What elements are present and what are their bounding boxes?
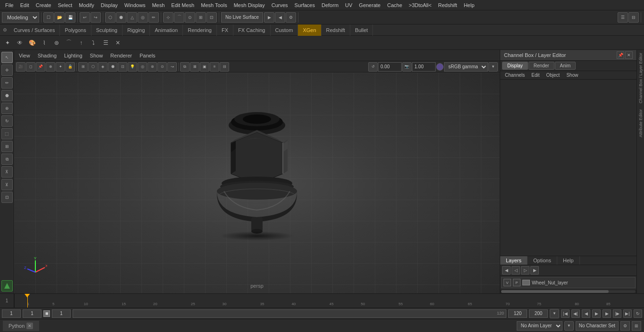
paint-tool[interactable]: ✏ [1,77,13,89]
channel-sub-object[interactable]: Object [544,72,563,78]
layer-scroll-thumb[interactable] [501,290,609,293]
mode-tab-curves-surfaces[interactable]: Curves / Surfaces [9,24,60,36]
menu-select[interactable]: Select [55,1,76,9]
render-settings-btn[interactable]: ⚙ [286,12,296,23]
mode-tab-rigging[interactable]: Rigging [123,24,150,36]
loop-btn[interactable]: ↻ [634,309,642,318]
menu-surfaces[interactable]: Surfaces [291,1,318,9]
layer-prev-btn[interactable]: ◁ [512,266,520,275]
no-character-set-btn[interactable]: No Character Set [576,321,619,331]
vp-color-space-arrow[interactable]: ▼ [488,62,498,72]
vp-smooth-btn[interactable]: ◈ [98,62,107,72]
channel-box-edge-label[interactable]: Channel Box / Layer Editor [637,50,644,106]
mode-tab-rendering[interactable]: Rendering [183,24,217,36]
menu-modify[interactable]: Modify [75,1,97,9]
menu-display[interactable]: Display [98,1,121,9]
prev-frame-btn[interactable]: ◀ [582,309,590,318]
panel-close-btn[interactable]: ✕ [625,51,633,59]
vp-gizmo-btn[interactable]: ⊕ [46,62,55,72]
redo-btn[interactable]: ↪ [91,12,101,23]
live-surface-btn[interactable]: No Live Surface [221,12,263,23]
play-btn[interactable]: ▶ [592,309,601,318]
shelf-guide-icon[interactable]: ↑ [75,37,87,49]
vp-xray-btn[interactable]: ⊠ [190,62,199,72]
vp-grid-btn[interactable]: ⊞ [78,62,88,72]
viewport-canvas[interactable]: persp X Y Z [14,73,500,293]
menu-redshift[interactable]: Redshift [435,1,460,9]
fps-dropdown[interactable]: ▼ [550,309,559,318]
select-tool[interactable]: ↖ [1,52,13,63]
anim-layer-dropdown[interactable]: ▼ [564,321,574,331]
snap-curve-btn[interactable]: ⌒ [174,12,184,23]
channel-sub-edit[interactable]: Edit [528,72,542,78]
move-tool[interactable]: ✛ [1,65,13,76]
save-scene-btn[interactable]: 💾 [65,12,75,23]
mode-tab-xgen[interactable]: XGen [298,24,321,36]
python-tab[interactable]: Python ✕ [3,321,39,331]
snap-tool[interactable]: ⊼ [1,166,13,178]
menu-curves[interactable]: Curves [268,1,291,9]
marquee-tool[interactable]: ⬚ [1,128,13,139]
shelf-curve-icon[interactable]: ⌒ [63,37,74,49]
prev-key-btn[interactable]: ◀| [571,309,580,318]
sculpt-tool[interactable]: ⬣ [1,90,13,101]
layer-end-btn[interactable]: ▶ [530,266,539,275]
snap-point-btn[interactable]: ⊙ [185,12,195,23]
vp-film-btn[interactable]: ◻ [26,62,35,72]
shelf-close-icon[interactable]: ✕ [112,37,124,49]
end-frame-input[interactable] [508,309,527,318]
layer-tab-layers[interactable]: Layers [500,256,528,265]
rotate-tool[interactable]: ↻ [1,115,13,127]
menu-help[interactable]: Help [461,1,478,9]
vp-light-btn[interactable]: 💡 [128,62,137,72]
mode-tab-animation[interactable]: Animation [150,24,183,36]
lasso-select-btn[interactable]: ◎ [138,12,148,23]
menu-uv[interactable]: UV [342,1,355,9]
shelf-select-icon[interactable]: ✦ [2,37,13,49]
layer-row-wheel-nut[interactable]: V P Wheel_Nut_layer [501,277,636,288]
open-scene-btn[interactable]: 📂 [54,12,65,23]
layer-next-btn[interactable]: ▷ [521,266,529,275]
go-to-start-btn[interactable]: |◀ [561,309,570,318]
menu-mesh[interactable]: Mesh [149,1,168,9]
vp-pin-btn[interactable]: 📌 [36,62,45,72]
mode-tab-fx[interactable]: FX [217,24,233,36]
menu-generate[interactable]: Generate [355,1,384,9]
vp-color-btn[interactable]: ▣ [200,62,209,72]
grid-tool[interactable]: ⊞ [1,141,13,152]
vp-uv-btn[interactable]: ⊟ [220,62,229,72]
render-scene-btn[interactable]: ▶ [264,12,274,23]
shelf-hair-icon[interactable]: ⌇ [39,37,50,49]
next-key-btn[interactable]: |▶ [613,309,621,318]
vp-aa-btn[interactable]: ⊛ [148,62,157,72]
camera-near-input[interactable] [378,62,402,72]
channel-sub-show[interactable]: Show [563,72,581,78]
mode-tab-polygons[interactable]: Polygons [60,24,91,36]
viewport-menu-panels[interactable]: Panels [138,52,157,59]
layer-scrollbar[interactable] [500,290,636,293]
show-ui-btn[interactable]: ☰ [618,12,628,23]
snap-grid-btn[interactable]: ⊹ [163,12,173,23]
viewport-menu-lighting[interactable]: Lighting [62,52,84,59]
layer-add-btn[interactable]: ◀ [502,266,511,275]
menu-deform[interactable]: Deform [318,1,342,9]
python-close-btn[interactable]: ✕ [26,323,33,329]
mode-tab-bullet[interactable]: Bullet [350,24,373,36]
select-by-object-btn[interactable]: ⬢ [116,12,126,23]
workspace-select[interactable]: Modeling [2,12,39,23]
vp-camera2-btn[interactable]: 📷 [402,62,412,72]
gear-icon[interactable]: ⚙ [1,27,9,32]
viewport-menu-show[interactable]: Show [88,52,105,59]
vp-render-btn[interactable]: ✦ [56,62,65,72]
shelf-layer-icon[interactable]: ☰ [100,37,111,49]
attribute-editor-edge-label[interactable]: Attribute Editor [637,106,644,140]
camera-far-input[interactable] [412,62,436,72]
shelf-xgen-icon[interactable]: ⊛ [51,37,62,49]
pivot-tool[interactable]: ⊕ [1,103,13,114]
vp-camera-btn[interactable]: 🎥 [16,62,25,72]
start-frame-input[interactable] [23,309,41,318]
vp-motion-blur-btn[interactable]: ↝ [167,62,177,72]
snap-view-btn[interactable]: ⊞ [196,12,206,23]
menu-edit-mesh[interactable]: Edit Mesh [168,1,198,9]
vp-shadow-btn[interactable]: ◎ [138,62,147,72]
